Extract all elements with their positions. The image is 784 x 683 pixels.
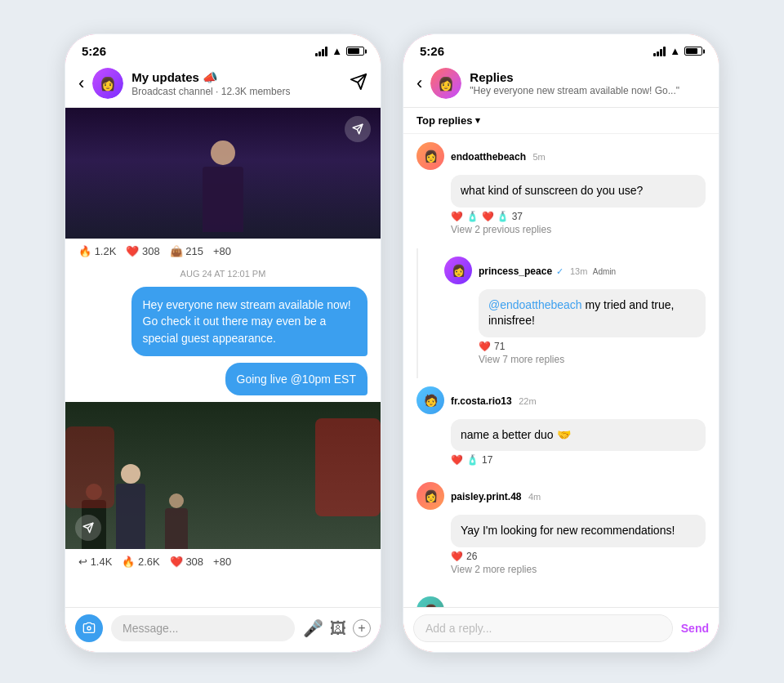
reply-reactions-3: ❤️ 🧴 17 bbox=[451, 454, 706, 466]
reply-user-row-1: 👩 endoatthebeach 5m bbox=[416, 142, 706, 170]
left-send-icon[interactable] bbox=[350, 73, 368, 95]
reaction-count-3: 17 bbox=[482, 454, 492, 466]
reaction-count-1: ❤️ 🧴 37 bbox=[482, 211, 523, 222]
mic-icon[interactable]: 🎤 bbox=[303, 618, 323, 638]
camera-button[interactable] bbox=[75, 614, 103, 642]
right-wifi-icon: ▲ bbox=[670, 45, 680, 57]
fire-stat2: 🔥 2.6K bbox=[122, 556, 159, 568]
right-phone: 5:26 ▲ ‹ 👩 bbox=[402, 33, 720, 654]
reaction-heart-2[interactable]: ❤️ bbox=[479, 341, 491, 352]
view-more-1[interactable]: View 2 previous replies bbox=[416, 222, 706, 240]
post1-share-overlay[interactable] bbox=[345, 116, 371, 142]
reply-bubble-4: Yay I'm looking for new recommendations! bbox=[451, 515, 706, 547]
left-time: 5:26 bbox=[82, 44, 106, 58]
reply-item-3: 🧑 fr.costa.rio13 22m name a better duo 🤝… bbox=[403, 378, 719, 475]
signal-icon bbox=[315, 47, 327, 56]
reaction-icon-1[interactable]: ❤️ bbox=[451, 211, 463, 222]
replies-title: Replies bbox=[470, 70, 706, 84]
reply-avatar-1: 👩 bbox=[416, 142, 444, 170]
message-bubble-1: Hey everyone new stream available now! G… bbox=[131, 287, 368, 356]
plus-icon[interactable]: + bbox=[353, 619, 371, 637]
replies-header: ‹ 👩 Replies "Hey everyone new stream ava… bbox=[403, 61, 719, 108]
post2-stats: ↩ 1.4K 🔥 2.6K ❤️ 308 +80 bbox=[65, 549, 381, 574]
wifi-icon: ▲ bbox=[332, 45, 342, 57]
view-more-2[interactable]: View 7 more replies bbox=[444, 352, 706, 370]
fire-stat: 🔥 1.2K bbox=[78, 245, 116, 257]
reply-item-2: 👩 princess_peace ✓ 13m Admin @endoattheb… bbox=[416, 248, 719, 378]
gallery-icon[interactable]: 🖼 bbox=[330, 619, 346, 638]
left-phone: 5:26 ▲ ‹ 👩 bbox=[64, 33, 382, 654]
reply-item-4: 👩 paisley.print.48 4m Yay I'm looking fo… bbox=[403, 474, 719, 588]
view-more-4[interactable]: View 2 more replies bbox=[416, 562, 706, 580]
top-replies-label: Top replies bbox=[416, 114, 472, 127]
channel-name: My updates 📣 bbox=[131, 70, 341, 85]
post2-share-overlay[interactable] bbox=[75, 515, 101, 541]
replies-area: 👩 endoatthebeach 5m what kind of sunscre… bbox=[403, 134, 719, 607]
left-chat-header: ‹ 👩 My updates 📣 Broadcast channel · 12.… bbox=[65, 61, 381, 108]
reply-username-2: princess_peace bbox=[479, 266, 552, 277]
reply-content-1: endoatthebeach 5m bbox=[451, 149, 706, 163]
right-status-icons: ▲ bbox=[653, 45, 702, 57]
reply-reactions-4: ❤️ 26 bbox=[451, 551, 706, 562]
heart-stat: ❤️ 308 bbox=[126, 245, 159, 257]
replies-avatar: 👩 bbox=[430, 68, 461, 99]
left-input-area: Message... 🎤 🖼 + bbox=[65, 607, 381, 652]
admin-badge-2: Admin bbox=[593, 267, 616, 276]
post2-image bbox=[65, 402, 381, 549]
reaction-count-4: 26 bbox=[466, 551, 477, 562]
input-icons: 🎤 🖼 + bbox=[303, 618, 371, 638]
reaction-icon-3: 🧴 bbox=[466, 454, 479, 466]
send-button[interactable]: Send bbox=[681, 622, 709, 635]
message-input[interactable]: Message... bbox=[111, 615, 295, 641]
reply-user-row-4: 👩 paisley.print.48 4m bbox=[416, 482, 706, 510]
reply-avatar-5: 👩 bbox=[416, 596, 444, 607]
reply-content-3: fr.costa.rio13 22m bbox=[451, 393, 706, 408]
reply-username-3: fr.costa.rio13 bbox=[451, 395, 512, 407]
post1-stats: 🔥 1.2K ❤️ 308 👜 215 +80 bbox=[65, 239, 381, 264]
left-status-icons: ▲ bbox=[315, 45, 364, 57]
reply-username-1: endoatthebeach bbox=[451, 151, 526, 163]
reply-username-4: paisley.print.48 bbox=[451, 491, 521, 502]
reply-avatar-4: 👩 bbox=[416, 482, 444, 510]
reply-time-4: 4m bbox=[528, 492, 541, 502]
right-header-avatar: 👩 bbox=[430, 68, 461, 99]
bag-stat: 👜 215 bbox=[170, 245, 203, 257]
reply-user-row-3: 🧑 fr.costa.rio13 22m bbox=[416, 386, 706, 414]
reply-reactions-2: ❤️ 71 bbox=[479, 341, 706, 352]
reply-avatar-3: 🧑 bbox=[416, 386, 444, 414]
svg-point-6 bbox=[87, 627, 91, 630]
reaction-heart-3[interactable]: ❤️ bbox=[451, 454, 463, 466]
reply-content-2: princess_peace ✓ 13m Admin bbox=[479, 263, 706, 278]
reply-mention-2: @endoatthebeach bbox=[488, 298, 582, 311]
left-status-bar: 5:26 ▲ bbox=[65, 34, 381, 61]
chevron-down-icon[interactable]: ▾ bbox=[475, 115, 480, 126]
right-header-info: Replies "Hey everyone new stream availab… bbox=[470, 70, 706, 96]
reaction-heart-4[interactable]: ❤️ bbox=[451, 551, 463, 562]
channel-subtitle: Broadcast channel · 12.3K members bbox=[131, 86, 341, 97]
channel-avatar: 👩 bbox=[92, 68, 123, 99]
post1-image bbox=[65, 108, 381, 239]
reply-stat: ↩ 1.4K bbox=[78, 556, 112, 568]
reply-time-1: 5m bbox=[532, 152, 545, 162]
reply-time-3: 22m bbox=[519, 396, 536, 406]
reaction-count-2: 71 bbox=[494, 341, 505, 352]
left-header-avatar: 👩 bbox=[92, 68, 123, 99]
verified-icon-2: ✓ bbox=[556, 266, 564, 276]
right-status-bar: 5:26 ▲ bbox=[403, 34, 719, 61]
reply-input[interactable]: Add a reply... bbox=[413, 614, 673, 642]
right-signal-icon bbox=[653, 47, 666, 56]
right-back-button[interactable]: ‹ bbox=[416, 74, 422, 92]
reply-user-row-2: 👩 princess_peace ✓ 13m Admin bbox=[444, 257, 706, 284]
left-back-button[interactable]: ‹ bbox=[78, 74, 84, 92]
reply-item-5: 👩 meisha.learns.makeup 18m rip to my wal… bbox=[403, 588, 719, 607]
reaction-icon-2: 🧴 bbox=[466, 211, 479, 222]
reply-content-4: paisley.print.48 4m bbox=[451, 489, 706, 503]
heart-stat2: ❤️ 308 bbox=[170, 556, 203, 568]
reply-avatar-2: 👩 bbox=[444, 257, 472, 284]
reply-item-1: 👩 endoatthebeach 5m what kind of sunscre… bbox=[403, 134, 719, 248]
left-chat-area: 🔥 1.2K ❤️ 308 👜 215 +80 AUG 24 AT 12:01 … bbox=[65, 108, 381, 607]
reply-time-2: 13m bbox=[570, 266, 587, 276]
reply-bubble-2: @endoatthebeach my tried and true, innis… bbox=[479, 289, 706, 337]
reply-user-row-5: 👩 meisha.learns.makeup 18m bbox=[416, 596, 706, 607]
battery-icon bbox=[346, 47, 364, 56]
